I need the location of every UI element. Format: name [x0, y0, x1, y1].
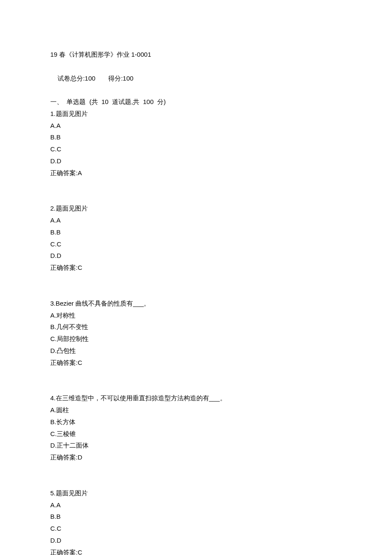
question-option: C.C — [50, 238, 342, 250]
question-stem: 2.题面见图片 — [50, 202, 342, 214]
question-option: A.A — [50, 214, 342, 226]
question-1: 1.题面见图片 A.A B.B C.C D.D 正确答案:A — [50, 108, 342, 179]
question-option: B.B — [50, 226, 342, 238]
question-answer: 正确答案:C — [50, 546, 342, 555]
question-option: A.A — [50, 499, 342, 511]
total-score-label: 试卷总分: — [58, 75, 85, 82]
question-option: D.D — [50, 155, 342, 167]
question-option: C.C — [50, 143, 342, 155]
obtained-score-value: 100 — [123, 75, 133, 82]
question-stem: 5.题面见图片 — [50, 487, 342, 499]
question-option: A.圆柱 — [50, 404, 342, 416]
question-option: C.三棱锥 — [50, 428, 342, 440]
question-answer: 正确答案:D — [50, 451, 342, 463]
question-option: B.长方体 — [50, 416, 342, 428]
total-score-value: 100 — [85, 75, 95, 82]
question-option: D.D — [50, 535, 342, 546]
question-option: B.B — [50, 511, 342, 523]
question-option: D.凸包性 — [50, 345, 342, 357]
question-option: A.对称性 — [50, 309, 342, 321]
question-option: D.D — [50, 250, 342, 262]
question-5: 5.题面见图片 A.A B.B C.C D.D 正确答案:C — [50, 487, 342, 555]
question-option: D.正十二面体 — [50, 439, 342, 451]
question-option: B.B — [50, 131, 342, 143]
question-4: 4.在三维造型中，不可以使用垂直扫掠造型方法构造的有___。 A.圆柱 B.长方… — [50, 392, 342, 463]
question-option: A.A — [50, 120, 342, 132]
score-line: 试卷总分:100得分:100 — [50, 61, 342, 96]
question-2: 2.题面见图片 A.A B.B C.C D.D 正确答案:C — [50, 202, 342, 274]
question-stem: 3.Bezier 曲线不具备的性质有___。 — [50, 298, 342, 309]
question-answer: 正确答案:A — [50, 167, 342, 179]
question-stem: 4.在三维造型中，不可以使用垂直扫掠造型方法构造的有___。 — [50, 392, 342, 404]
question-3: 3.Bezier 曲线不具备的性质有___。 A.对称性 B.几何不变性 C.局… — [50, 298, 342, 369]
question-answer: 正确答案:C — [50, 262, 342, 274]
question-option: C.C — [50, 523, 342, 535]
obtained-score-label: 得分: — [108, 75, 123, 82]
question-answer: 正确答案:C — [50, 357, 342, 369]
section-title: 一、 单选题 (共 10 道试题,共 100 分) — [50, 96, 342, 108]
exam-title: 19 春《计算机图形学》作业 1-0001 — [50, 49, 342, 61]
question-option: C.局部控制性 — [50, 333, 342, 345]
question-stem: 1.题面见图片 — [50, 108, 342, 120]
question-option: B.几何不变性 — [50, 321, 342, 333]
